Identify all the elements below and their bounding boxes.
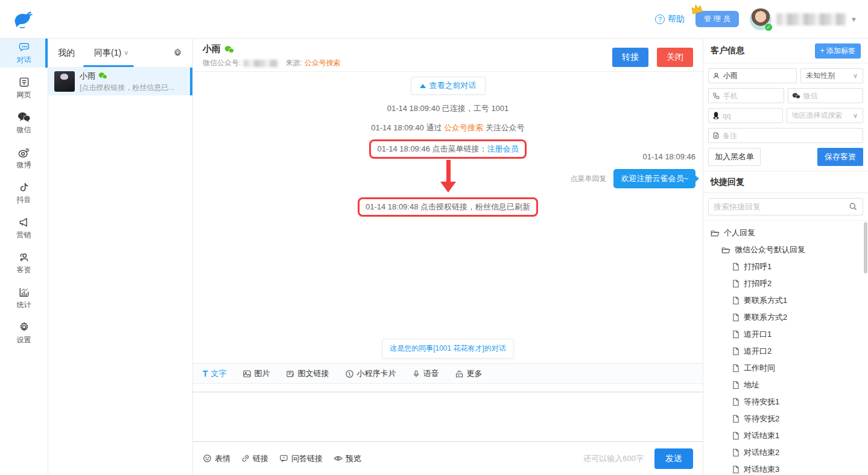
phone-input[interactable] <box>723 92 780 100</box>
gender-select[interactable]: 未知性别 ∨ <box>800 68 863 83</box>
tool-text[interactable]: T 文字 <box>203 368 227 379</box>
file-icon <box>732 398 740 406</box>
wechat-input[interactable] <box>803 92 860 100</box>
tool-more[interactable]: 更多 <box>455 368 483 379</box>
qq-penguin-icon <box>712 112 720 120</box>
emoji-button[interactable]: 表情 <box>203 453 230 464</box>
tree-item-follow-up-1[interactable]: 追开口1 <box>703 326 868 343</box>
open-folder-icon <box>721 246 730 254</box>
webpage-icon <box>18 76 30 88</box>
source-label: 来源: <box>285 58 302 68</box>
tree-folder-personal[interactable]: 个人回复 <box>703 225 868 241</box>
tree-item-work-hours[interactable]: 工作时间 <box>703 360 868 377</box>
file-icon <box>732 330 740 339</box>
tree-item-conversation-end-3[interactable]: 对话结束3 <box>703 461 868 475</box>
crown-icon <box>688 1 705 16</box>
app-logo <box>0 8 48 30</box>
tree-item-wait-soothe-1[interactable]: 等待安抚1 <box>703 394 868 410</box>
send-button[interactable]: 发送 <box>654 448 693 469</box>
quick-reply-search[interactable] <box>708 198 863 215</box>
sidebar-item-weibo[interactable]: 微博 <box>0 144 48 173</box>
chat-preview: [点击授权链接，粉丝信息已... <box>80 83 186 93</box>
name-field[interactable] <box>708 68 797 83</box>
triangle-up-icon <box>420 84 426 88</box>
tool-voice[interactable]: 语音 <box>412 368 439 379</box>
region-select[interactable]: 地区选择或搜索 ∨ <box>787 108 864 123</box>
chat-list-item-xiaoyu[interactable]: 小雨 [点击授权链接，粉丝信息已... <box>48 68 192 95</box>
message-area: 查看之前对话 01-14 18:09:40 已连接，工号 1001 01-14 … <box>193 72 703 363</box>
customer-info-form: 未知性别 ∨ <box>703 63 868 171</box>
sidebar-item-settings[interactable]: 设置 <box>0 319 48 348</box>
link-button[interactable]: 链接 <box>241 453 268 464</box>
note-input[interactable] <box>723 132 859 140</box>
save-customer-button[interactable]: 保存客资 <box>817 148 863 166</box>
qa-link-button[interactable]: 问答链接 <box>279 453 323 464</box>
scrollbar-thumb[interactable] <box>864 222 867 273</box>
tab-colleagues[interactable]: 同事(1) ∨ <box>94 48 128 59</box>
account-label: 微信公众号: <box>203 58 241 68</box>
tree-item-follow-up-2[interactable]: 追开口2 <box>703 343 868 360</box>
name-input[interactable] <box>723 72 793 80</box>
tree-folder-wechat-default[interactable]: 微信公众号默认回复 <box>703 241 868 258</box>
image-text-link-icon <box>286 369 295 378</box>
tree-item-ask-contact-1[interactable]: 要联系方式1 <box>703 292 868 309</box>
link-icon <box>241 454 250 463</box>
online-status-badge: ✓ <box>764 23 773 31</box>
view-previous-button[interactable]: 查看之前对话 <box>411 77 486 95</box>
miniprogram-icon <box>345 369 354 378</box>
qq-field[interactable] <box>708 108 783 123</box>
top-bar: ? 帮助 管理员 ✓ ▼ <box>0 0 868 39</box>
tree-item-conversation-end-1[interactable]: 对话结束1 <box>703 427 868 444</box>
tool-image-text-link[interactable]: 图文链接 <box>286 368 329 379</box>
user-avatar: ✓ <box>750 8 771 30</box>
preview-button[interactable]: 预览 <box>334 453 361 464</box>
chat-list-settings-button[interactable] <box>173 48 183 58</box>
tree-item-ask-contact-2[interactable]: 要联系方式2 <box>703 309 868 326</box>
tree-item-greeting-2[interactable]: 打招呼2 <box>703 275 868 292</box>
source-value: 公众号搜索 <box>305 58 341 68</box>
tree-item-greeting-1[interactable]: 打招呼1 <box>703 258 868 275</box>
sidebar-item-customers[interactable]: 客资 <box>0 249 48 278</box>
sidebar-item-wechat[interactable]: 微信 <box>0 109 48 138</box>
douyin-icon <box>18 181 30 193</box>
file-icon <box>732 432 740 440</box>
outgoing-message-group: 01-14 18:09:46 点菜单回复 欢迎注册云雀会员~ <box>570 152 695 188</box>
add-tag-button[interactable]: + 添加标签 <box>815 43 861 59</box>
sidebar-item-douyin[interactable]: 抖音 <box>0 179 48 208</box>
close-conversation-button[interactable]: 关闭 <box>657 48 693 67</box>
gear-icon <box>18 321 30 333</box>
tree-item-address[interactable]: 地址 <box>703 377 868 394</box>
sidebar-item-webpage[interactable]: 网页 <box>0 74 48 103</box>
help-button[interactable]: ? 帮助 <box>655 14 685 25</box>
note-field[interactable] <box>708 128 863 143</box>
tool-image[interactable]: 图片 <box>242 368 270 379</box>
help-icon: ? <box>655 14 665 24</box>
phone-field[interactable] <box>708 88 784 103</box>
file-icon <box>732 364 740 372</box>
composer-bottom-bar: 表情 链接 问答链接 预览 还可以输入600字 发送 <box>193 442 703 475</box>
tree-item-conversation-end-2[interactable]: 对话结束2 <box>703 444 868 461</box>
wechat-icon <box>17 111 31 123</box>
sidebar-item-chat[interactable]: 对话 <box>0 39 48 68</box>
transfer-button[interactable]: 转接 <box>612 48 648 67</box>
qq-input[interactable] <box>723 112 779 120</box>
more-tools-icon <box>455 369 464 378</box>
sidebar-item-statistics[interactable]: 统计 <box>0 284 48 313</box>
user-menu[interactable]: ✓ ▼ <box>750 8 857 30</box>
wechat-channel-icon <box>98 72 107 80</box>
right-panel: 客户信息 + 添加标签 未知性别 ∨ <box>703 39 868 475</box>
bar-chart-icon <box>18 286 30 298</box>
wechat-field[interactable] <box>788 88 864 103</box>
message-timestamp: 01-14 18:09:46 <box>570 152 695 161</box>
conversation-panel: 小雨 微信公众号: 来源: 公众号搜索 转接 关闭 查看之前对话 <box>193 39 703 475</box>
tool-miniprogram-card[interactable]: 小程序卡片 <box>345 368 396 379</box>
tab-mine[interactable]: 我的 <box>58 48 75 59</box>
tree-item-wait-soothe-2[interactable]: 等待安抚2 <box>703 410 868 427</box>
register-member-link[interactable]: 注册会员 <box>487 144 519 153</box>
sidebar-item-marketing[interactable]: 营销 <box>0 214 48 243</box>
blacklist-button[interactable]: 加入黑名单 <box>708 148 761 166</box>
gear-icon <box>173 48 183 58</box>
message-input[interactable] <box>193 392 703 442</box>
image-icon <box>242 369 252 378</box>
quick-reply-search-input[interactable] <box>714 202 849 211</box>
